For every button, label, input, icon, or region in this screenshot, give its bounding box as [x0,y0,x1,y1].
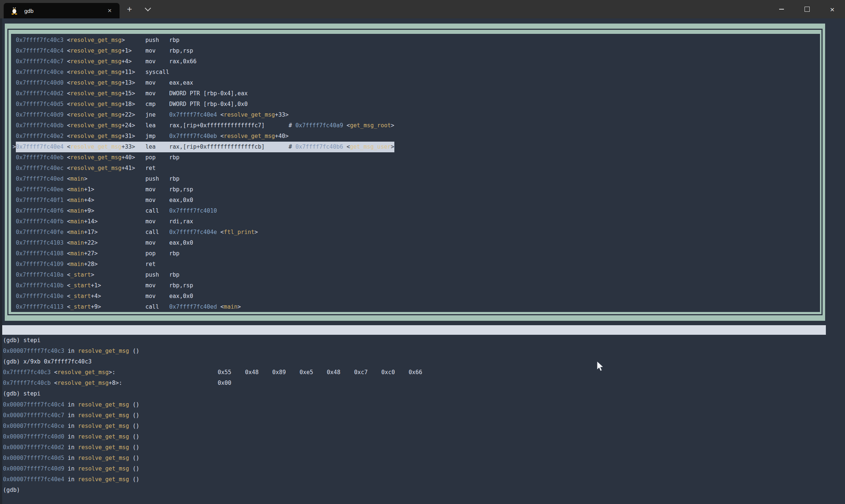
console-line: (gdb) stepi [3,335,845,346]
asm-rows: 0x7ffff7fc40c3 <resolve_get_msg> push rb… [11,34,820,312]
asm-row: 0x7ffff7fc40ee <main+1> mov rbp,rsp [16,184,820,195]
console-line: 0x7ffff7fc40cb <resolve_get_msg+8>: 0x00 [3,378,845,388]
console-line: 0x00007ffff7fc40ce in resolve_get_msg () [3,421,845,432]
asm-row: 0x7ffff7fc40f1 <main+4> mov eax,0x0 [16,195,820,206]
console-line: 0x00007ffff7fc40d2 in resolve_get_msg () [3,442,845,453]
minimize-icon [779,9,784,10]
asm-row: 0x7ffff7fc40d9 <resolve_get_msg+22> jne … [16,110,820,120]
mouse-cursor [597,361,605,374]
tab-close-icon[interactable]: × [105,6,114,15]
asm-row: 0x7ffff7fc40ec <resolve_get_msg+41> ret [16,163,820,174]
maximize-button[interactable] [794,0,820,18]
asm-row: 0x7ffff7fc410e <_start+4> mov eax,0x0 [16,291,820,302]
tab-gdb[interactable]: gdb × [4,3,120,18]
console-line: 0x00007ffff7fc40e4 in resolve_get_msg () [3,474,845,485]
asm-row: 0x7ffff7fc40db <resolve_get_msg+24> lea … [16,120,820,131]
asm-row: 0x7ffff7fc410a <_start> push rbp [16,270,820,280]
console-line: 0x7ffff7fc40c3 <resolve_get_msg>: 0x55 0… [3,367,845,378]
tab-dropdown-button[interactable] [141,0,155,18]
asm-row: 0x7ffff7fc40c3 <resolve_get_msg> push rb… [16,35,820,46]
close-button[interactable]: × [820,0,845,18]
new-tab-button[interactable]: + [123,0,136,18]
console-line: 0x00007ffff7fc40d5 in resolve_get_msg () [3,453,845,464]
current-instruction-marker: > [13,142,16,152]
tux-linux-icon [10,5,18,16]
maximize-icon [805,7,810,12]
asm-row-current: >0x7ffff7fc40e4 <resolve_get_msg+33> lea… [16,142,820,152]
asm-row: 0x7ffff7fc40fb <main+14> mov rdi,rax [16,216,820,227]
console-output: (gdb) stepi0x00007ffff7fc40c3 in resolve… [3,335,845,496]
console-line: 0x00007ffff7fc40c3 in resolve_get_msg () [3,346,845,356]
tui-disassembly-frame: 0x7ffff7fc40c3 <resolve_get_msg> push rb… [5,24,825,321]
windows-terminal-window: gdb × + × 0x7ffff7fc40c3 <resolve_get_ms… [0,0,845,504]
asm-row: 0x7ffff7fc40ce <resolve_get_msg+11> sysc… [16,67,820,78]
asm-row: 0x7ffff7fc40eb <resolve_get_msg+40> pop … [16,152,820,163]
close-icon: × [830,6,834,13]
console-line: 0x00007ffff7fc40c4 in resolve_get_msg () [3,400,845,410]
console-line: 0x00007ffff7fc40d9 in resolve_get_msg () [3,464,845,474]
asm-row: 0x7ffff7fc40d0 <resolve_get_msg+13> mov … [16,78,820,88]
asm-row: 0x7ffff7fc40c4 <resolve_get_msg+1> mov r… [16,46,820,56]
title-bar: gdb × + × [0,0,845,18]
asm-row: 0x7ffff7fc40d2 <resolve_get_msg+15> mov … [16,88,820,99]
console-line: 0x00007ffff7fc40c7 in resolve_get_msg () [3,410,845,421]
terminal-screen[interactable]: 0x7ffff7fc40c3 <resolve_get_msg> push rb… [0,18,845,504]
asm-row: 0x7ffff7fc40c7 <resolve_get_msg+4> mov r… [16,56,820,67]
asm-row: 0x7ffff7fc4113 <_start+9> call 0x7ffff7f… [16,302,820,312]
console-line: (gdb) [3,485,845,496]
asm-row: 0x7ffff7fc40f6 <main+9> call 0x7ffff7fc4… [16,206,820,216]
asm-row: 0x7ffff7fc40fe <main+17> call 0x7ffff7fc… [16,227,820,238]
disassembly-panel: 0x7ffff7fc40c3 <resolve_get_msg> push rb… [11,34,820,312]
console-line: 0x00007ffff7fc40d0 in resolve_get_msg () [3,432,845,442]
tab-title: gdb [24,8,33,14]
minimize-button[interactable] [769,0,794,18]
asm-row: 0x7ffff7fc40e2 <resolve_get_msg+31> jmp … [16,131,820,142]
asm-row: 0x7ffff7fc4109 <main+28> ret [16,259,820,270]
chevron-down-icon [145,5,151,11]
tui-status-bar: multi-thre Thread 0x7ffff7da8c In: resol… [2,325,826,335]
asm-row: 0x7ffff7fc40d5 <resolve_get_msg+18> cmp … [16,99,820,110]
asm-row: 0x7ffff7fc4103 <main+22> mov eax,0x0 [16,238,820,248]
asm-row: 0x7ffff7fc410b <_start+1> mov rbp,rsp [16,280,820,291]
console-line: (gdb) x/9xb 0x7ffff7fc40c3 [3,356,845,367]
window-left-edge [0,18,2,504]
asm-row: 0x7ffff7fc4108 <main+27> pop rbp [16,248,820,259]
asm-row: 0x7ffff7fc40ed <main> push rbp [16,174,820,184]
console-line: (gdb) stepi [3,388,845,399]
